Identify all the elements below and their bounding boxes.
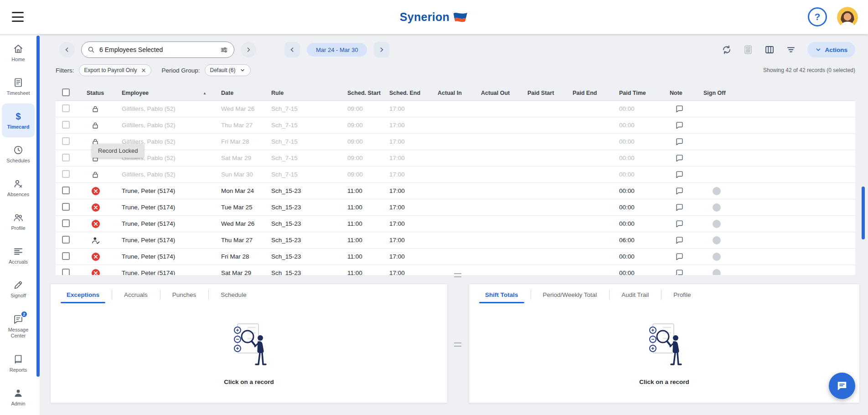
note-icon[interactable] xyxy=(675,187,684,195)
next-employee-button[interactable] xyxy=(241,42,256,57)
col-paid-start[interactable]: Paid Start xyxy=(527,90,573,96)
tab-period-weekly-total[interactable]: Period/Weekly Total xyxy=(531,284,610,305)
tab-punches[interactable]: Punches xyxy=(160,284,209,305)
col-sched-start[interactable]: Sched. Start xyxy=(347,90,389,96)
horizontal-split-handle[interactable] xyxy=(454,273,461,277)
sidebar-item-absences[interactable]: Absences xyxy=(2,171,35,205)
search-input[interactable] xyxy=(99,46,216,53)
col-employee[interactable]: Employee▲ xyxy=(122,90,221,96)
filter-icon[interactable] xyxy=(785,44,797,56)
sidebar-item-accruals[interactable]: Accruals xyxy=(2,239,35,272)
actions-button[interactable]: Actions xyxy=(807,42,855,57)
row-checkbox[interactable] xyxy=(62,170,70,178)
table-row[interactable]: Trune, Peter (5174) Wed Mar 26 Sch_15-23… xyxy=(56,216,855,232)
sidebar-item-profile[interactable]: Profile xyxy=(2,205,35,239)
date-range-pill[interactable]: Mar 24 - Mar 30 xyxy=(307,43,367,57)
sidebar-item-admin[interactable]: Admin xyxy=(2,380,35,414)
col-sign-off[interactable]: Sign Off xyxy=(703,90,855,96)
col-note[interactable]: Note xyxy=(670,90,703,96)
export-payroll-chip[interactable]: Export to Payroll Only ✕ xyxy=(79,64,152,76)
row-checkbox[interactable] xyxy=(62,219,70,227)
col-paid-end[interactable]: Paid End xyxy=(573,90,619,96)
row-checkbox[interactable] xyxy=(62,203,70,211)
period-group-select[interactable]: Default (6) xyxy=(205,64,251,76)
note-icon[interactable] xyxy=(675,121,684,130)
sidebar-item-timecard[interactable]: $ Timecard xyxy=(2,104,35,137)
col-status[interactable]: Status xyxy=(87,90,122,96)
tab-profile[interactable]: Profile xyxy=(661,284,703,305)
col-rule[interactable]: Rule xyxy=(271,90,347,96)
note-icon[interactable] xyxy=(675,104,684,113)
row-checkbox[interactable] xyxy=(62,236,70,244)
select-all-checkbox[interactable] xyxy=(62,88,70,96)
table-row[interactable]: Gilfillers, Pablo (52) Thu Mar 27 Sch_7-… xyxy=(56,117,855,134)
sidebar-item-label: Reports xyxy=(10,367,27,373)
note-icon[interactable] xyxy=(675,219,684,228)
note-icon[interactable] xyxy=(675,137,684,146)
signoff-indicator[interactable] xyxy=(713,187,721,195)
table-row[interactable]: Gilfillers, Pablo (52) Sat Mar 29 Sch_7-… xyxy=(56,150,855,166)
note-icon[interactable] xyxy=(675,203,684,212)
user-avatar[interactable] xyxy=(837,7,858,28)
sidebar-scrollbar[interactable] xyxy=(36,36,40,377)
chip-remove-icon[interactable]: ✕ xyxy=(141,67,146,74)
note-icon[interactable] xyxy=(675,252,684,261)
columns-icon[interactable] xyxy=(764,44,775,56)
col-date[interactable]: Date xyxy=(221,90,271,96)
col-paid-time[interactable]: Paid Time xyxy=(619,90,670,96)
search-filter-icon[interactable] xyxy=(220,46,228,54)
tab-audit-trail[interactable]: Audit Trail xyxy=(609,284,661,305)
tab-shift-totals[interactable]: Shift Totals xyxy=(473,284,531,305)
table-row[interactable]: Gilfillers, Pablo (52) Fri Mar 28 Sch_7-… xyxy=(56,134,855,150)
table-row[interactable]: Trune, Peter (5174) Thu Mar 27 Sch_15-23… xyxy=(56,232,855,249)
sidebar-item-schedules[interactable]: Schedules xyxy=(2,137,35,171)
row-checkbox[interactable] xyxy=(62,252,70,260)
row-checkbox[interactable] xyxy=(62,269,70,275)
sidebar-item-label: Timesheet xyxy=(7,90,30,96)
note-icon[interactable] xyxy=(675,170,684,179)
sidebar-item-reports[interactable]: Reports xyxy=(2,347,35,380)
table-row[interactable]: Trune, Peter (5174) Mon Mar 24 Sch_15-23… xyxy=(56,183,855,199)
prev-period-button[interactable] xyxy=(284,42,300,57)
help-button[interactable]: ? xyxy=(808,7,827,26)
date-cell: Wed Mar 26 xyxy=(221,220,271,227)
row-checkbox[interactable] xyxy=(62,187,70,194)
note-icon[interactable] xyxy=(675,154,684,162)
signoff-indicator[interactable] xyxy=(713,236,721,244)
menu-icon[interactable] xyxy=(12,12,24,22)
chat-fab-button[interactable] xyxy=(829,373,855,399)
table-scrollbar[interactable] xyxy=(862,187,865,239)
sidebar-item-timesheet[interactable]: Timesheet xyxy=(2,70,35,104)
table-row[interactable]: Gilfillers, Pablo (52) Sun Mar 30 Sch_7-… xyxy=(56,166,855,183)
next-period-button[interactable] xyxy=(374,42,389,57)
row-checkbox[interactable] xyxy=(62,154,70,161)
sidebar-item-signoff[interactable]: Signoff xyxy=(2,272,35,306)
paid-time-cell: 00:00 xyxy=(619,270,670,275)
paid-time-cell: 00:00 xyxy=(619,171,670,178)
table-row[interactable]: Trune, Peter (5174) Tue Mar 25 Sch_15-23… xyxy=(56,199,855,216)
col-actual-out[interactable]: Actual Out xyxy=(481,90,527,96)
note-icon[interactable] xyxy=(675,269,684,275)
signoff-indicator[interactable] xyxy=(713,269,721,275)
table-row[interactable]: Trune, Peter (5174) Fri Mar 28 Sch_15-23… xyxy=(56,249,855,265)
help-glyph: ? xyxy=(815,11,821,22)
row-checkbox[interactable] xyxy=(62,137,70,145)
tab-exceptions[interactable]: Exceptions xyxy=(54,284,112,305)
row-checkbox[interactable] xyxy=(62,104,70,112)
refresh-icon[interactable] xyxy=(721,44,733,56)
tab-accruals[interactable]: Accruals xyxy=(112,284,160,305)
tab-schedule[interactable]: Schedule xyxy=(208,284,258,305)
row-checkbox[interactable] xyxy=(62,121,70,129)
sidebar-item-message-center[interactable]: 2 Message Center xyxy=(2,306,35,347)
col-actual-in[interactable]: Actual In xyxy=(438,90,481,96)
col-sched-end[interactable]: Sched. End xyxy=(389,90,438,96)
signoff-indicator[interactable] xyxy=(713,253,721,261)
signoff-indicator[interactable] xyxy=(713,203,721,212)
sched-start-cell: 09:00 xyxy=(347,138,389,145)
timecard-dollar-icon: $ xyxy=(13,111,24,122)
table-row[interactable]: Gilfillers, Pablo (52) Wed Mar 26 Sch_7-… xyxy=(56,101,855,117)
prev-employee-button[interactable] xyxy=(59,42,75,57)
sidebar-item-home[interactable]: Home xyxy=(2,36,35,70)
signoff-indicator[interactable] xyxy=(713,220,721,228)
note-icon[interactable] xyxy=(675,236,684,244)
